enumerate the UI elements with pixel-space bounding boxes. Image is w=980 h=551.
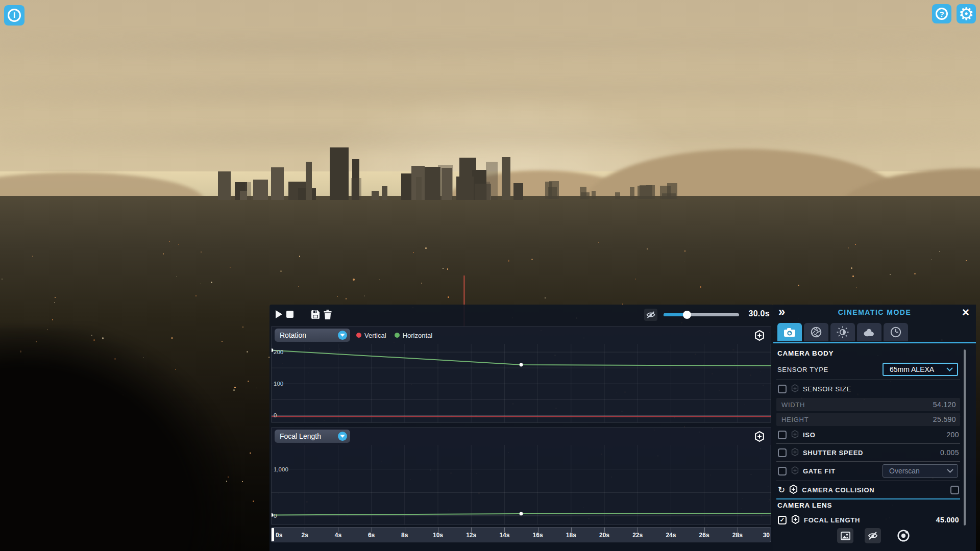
y-axis-tick-label: 0: [274, 513, 277, 519]
iso-checkbox[interactable]: [778, 431, 787, 439]
time-tick-label: 4s: [335, 532, 341, 539]
playhead[interactable]: [272, 528, 274, 541]
chevron-down-icon: [946, 367, 953, 371]
info-button[interactable]: i: [4, 5, 24, 26]
keyframe-icon: [791, 448, 799, 458]
lens-actions-row: [776, 528, 960, 544]
focal-length-track: Focal Length 1,0000: [271, 427, 771, 525]
playback-speed-slider[interactable]: [664, 311, 739, 319]
row-shutter-speed: SHUTTER SPEED 0.005: [776, 445, 960, 460]
time-tick-label: 16s: [533, 532, 543, 539]
focal-track-selector[interactable]: Focal Length: [275, 430, 350, 443]
stop-button[interactable]: [284, 308, 296, 320]
time-axis[interactable]: 0s2s4s6s8s10s12s14s16s18s20s22s24s26s28s…: [271, 527, 771, 542]
time-tick-label: 6s: [368, 532, 375, 539]
settings-button[interactable]: ⚙: [957, 4, 976, 23]
focal-track-header: Focal Length: [272, 428, 771, 445]
keyframe-add-icon[interactable]: [789, 485, 798, 495]
chevron-down-icon: [947, 469, 953, 473]
row-sensor-size: SENSOR SIZE: [776, 382, 960, 396]
close-icon[interactable]: ✕: [962, 307, 970, 318]
delete-button[interactable]: [322, 308, 334, 320]
add-keyframe-icon[interactable]: [754, 330, 765, 343]
stop-icon: [286, 311, 293, 318]
slider-knob[interactable]: [683, 311, 691, 319]
vertical-legend-dot: [356, 333, 361, 338]
help-icon: ?: [936, 8, 948, 20]
rotation-curve-plot[interactable]: 2001000: [272, 344, 771, 422]
row-camera-collision: ↻ CAMERA COLLISION: [776, 483, 960, 497]
reset-icon[interactable]: ↻: [778, 486, 785, 494]
time-tick-label: 14s: [499, 532, 509, 539]
play-button[interactable]: [273, 308, 285, 320]
time-tick-label: 2s: [302, 532, 308, 539]
horizontal-legend-dot: [395, 333, 400, 338]
time-tick-label: 28s: [732, 532, 743, 539]
timeline-duration: 30.0s: [743, 309, 770, 318]
time-tick-label: 30: [763, 532, 770, 539]
save-button[interactable]: [309, 308, 322, 320]
time-tick-label: 12s: [466, 532, 476, 539]
photo-icon: [841, 532, 850, 540]
save-icon: [311, 310, 320, 319]
screenshot-button[interactable]: [837, 528, 853, 543]
y-axis-tick-label: 1,000: [274, 466, 288, 472]
y-axis-tick-label: 100: [274, 381, 283, 387]
row-focal-length: FOCAL LENGTH 45.000: [776, 513, 960, 527]
timeline-panel: 30.0s Rotation Vertical Horizontal 20010…: [270, 305, 773, 551]
row-gate-fit: GATE FIT Overscan: [776, 463, 960, 479]
keyframe-add-icon[interactable]: [791, 515, 800, 525]
gate-fit-checkbox[interactable]: [778, 467, 787, 475]
time-tick-label: 20s: [599, 532, 609, 539]
foreground-shadow: [0, 327, 235, 551]
add-keyframe-icon[interactable]: [754, 431, 765, 444]
eye-off-icon: [646, 311, 655, 318]
trash-icon: [324, 310, 332, 319]
gear-icon: ⚙: [959, 4, 974, 24]
focal-curve-plot[interactable]: 1,0000: [272, 445, 771, 524]
panel-body: CAMERA BODY SENSOR TYPE 65mm ALEXA SENSO…: [776, 305, 960, 551]
play-icon: [276, 310, 282, 318]
y-axis-tick-label: 200: [274, 349, 283, 355]
record-button[interactable]: [895, 528, 912, 543]
focal-length-checkbox[interactable]: [778, 516, 787, 524]
time-tick-label: 8s: [401, 532, 408, 539]
keyframe-icon: [791, 430, 799, 440]
rotation-track: Rotation Vertical Horizontal 2001000: [271, 326, 771, 423]
rotation-track-selector[interactable]: Rotation: [275, 329, 350, 342]
chevron-down-icon: [338, 432, 347, 441]
keyframe-icon: [791, 466, 799, 476]
hide-ui-button[interactable]: [865, 528, 881, 543]
gate-fit-dropdown[interactable]: Overscan: [883, 464, 958, 478]
keyframe-icon: [791, 384, 799, 394]
panel-scrollbar[interactable]: [964, 349, 966, 525]
camera-body-header: CAMERA BODY: [777, 349, 834, 357]
cinematic-mode-panel: » CINEMATIC MODE ✕: [773, 305, 976, 551]
help-button[interactable]: ?: [932, 4, 951, 23]
info-icon: i: [8, 9, 21, 22]
row-sensor-height: HEIGHT 25.590: [776, 413, 960, 426]
rotation-legend: Vertical Horizontal: [356, 327, 432, 344]
timeline-toolbar: 30.0s: [270, 305, 773, 325]
chevron-down-icon: [338, 331, 347, 340]
rotation-track-header: Rotation Vertical Horizontal: [272, 327, 771, 344]
row-iso: ISO 200: [776, 428, 960, 442]
time-tick-label: 18s: [566, 532, 576, 539]
shutter-speed-checkbox[interactable]: [778, 448, 787, 457]
row-sensor-type: SENSOR TYPE 65mm ALEXA: [776, 362, 960, 377]
camera-lens-header: CAMERA LENS: [777, 502, 832, 509]
row-sensor-width: WIDTH 54.120: [776, 398, 960, 411]
time-tick-label: 24s: [666, 532, 676, 539]
time-tick-label: 22s: [632, 532, 643, 539]
sensor-size-checkbox[interactable]: [778, 385, 787, 393]
time-tick-label: 10s: [433, 532, 443, 539]
record-icon: [897, 529, 910, 542]
sensor-type-dropdown[interactable]: 65mm ALEXA: [883, 363, 958, 376]
time-tick-label: 0s: [276, 532, 282, 539]
eye-off-icon: [868, 532, 878, 540]
camera-collision-checkbox[interactable]: [950, 486, 959, 494]
toggle-ui-visibility-button[interactable]: [644, 309, 657, 321]
time-tick-label: 26s: [699, 532, 709, 539]
y-axis-tick-label: 0: [274, 412, 277, 418]
